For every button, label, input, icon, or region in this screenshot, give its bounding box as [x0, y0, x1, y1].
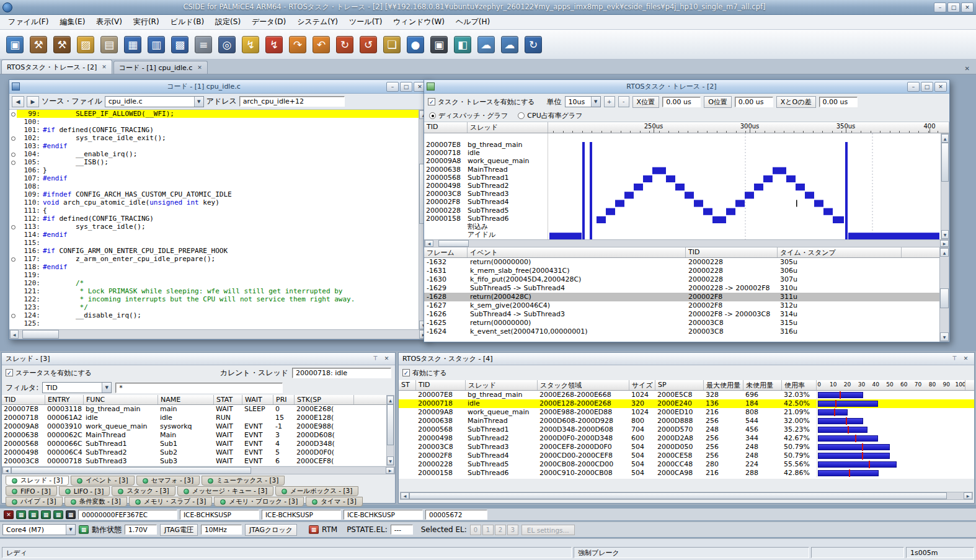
minimize-button[interactable]: –	[907, 82, 920, 92]
breakpoint-gutter[interactable]	[9, 287, 17, 295]
breakpoint-gutter[interactable]	[9, 311, 17, 319]
scroll-down-icon[interactable]: ▼	[940, 332, 949, 341]
breakpoint-gutter[interactable]	[9, 215, 17, 223]
thread-row[interactable]: 200006380000062CMainThreadMainWAITEVNT32…	[2, 431, 387, 440]
dispatch-graph[interactable]	[548, 133, 941, 239]
cpu-usage-graph-radio[interactable]: CPU占有率グラフ	[518, 111, 582, 120]
menu-item[interactable]: データ(D)	[246, 15, 291, 29]
memory-window-button[interactable]: ▦	[122, 32, 144, 57]
breakpoint-gutter[interactable]	[9, 303, 17, 311]
breakpoint-gutter[interactable]	[9, 134, 17, 142]
code-line[interactable]: 103:#endif	[9, 142, 419, 150]
breakpoint-gutter[interactable]	[9, 166, 17, 174]
stack-row[interactable]: 200007E8bg_thread_main2000E268-2000E6681…	[399, 391, 974, 399]
scroll-up-icon[interactable]: ▲	[387, 396, 394, 404]
code-line[interactable]: 107:#endif	[9, 174, 419, 182]
horizontal-scrollbar[interactable]: ◀▶	[400, 492, 973, 500]
document-tab[interactable]: RTOSタスク・トレース - [2]✕	[1, 60, 112, 74]
scrollbar-track[interactable]	[940, 257, 949, 332]
stack-row[interactable]: 20000228SubThread52000CB08-2000CD0050420…	[399, 460, 974, 469]
task-list-item[interactable]: 200002F8SubThread4	[424, 198, 548, 206]
task-list-item[interactable]: 20000228SubThread5	[424, 207, 548, 215]
scrollbar-thumb[interactable]	[11, 467, 251, 474]
maximize-button[interactable]: □	[921, 82, 933, 92]
open-folder-button[interactable]: ▨	[74, 32, 97, 57]
menu-item[interactable]: 設定(S)	[210, 15, 246, 29]
panel-tab[interactable]: スタック - [3]	[112, 486, 175, 496]
event-row[interactable]: -1626SubThread4 -> SubThread3200002F8 ->…	[424, 310, 939, 319]
code-line[interactable]: 111:{	[9, 207, 419, 215]
code-line[interactable]: 101:#if defined(CONFIG_TRACING)	[9, 126, 419, 134]
thread-row[interactable]: 200003C800000718SubThread3Sub3WAITEVNT62…	[2, 457, 387, 466]
code-line[interactable]: 113: sys_trace_idle();	[9, 223, 419, 231]
breakpoint-gutter[interactable]	[9, 110, 17, 118]
menu-item[interactable]: システム(Y)	[291, 15, 344, 29]
stack-table[interactable]: 200007E8bg_thread_main2000E268-2000E6681…	[399, 391, 974, 479]
event-row[interactable]: -1632return(00000000)20000228305u	[424, 258, 939, 267]
panel-tab[interactable]: メモリ・スラブ - [3]	[129, 497, 212, 507]
core-select[interactable]: Core4 (M7) ▼	[2, 524, 76, 535]
code-line[interactable]: 114:#endif	[9, 231, 419, 239]
breakpoint-gutter[interactable]	[9, 126, 17, 134]
scrollbar-track[interactable]	[433, 240, 940, 247]
close-icon[interactable]: ✕	[382, 355, 391, 363]
reset-button[interactable]: ↺	[357, 32, 379, 57]
maximize-button[interactable]: □	[947, 2, 960, 12]
vertical-scrollbar[interactable]: ▲▼	[941, 133, 949, 239]
menu-item[interactable]: ツール(T)	[344, 15, 388, 29]
scroll-left-icon[interactable]: ◀	[425, 240, 433, 247]
nav-back-button[interactable]: ◀	[12, 96, 24, 107]
output-window-button[interactable]: ≡	[192, 32, 215, 57]
thread-table[interactable]: 200007E800003118bg_thread_mainmainWAITSL…	[2, 405, 387, 466]
thread-panel-titlebar[interactable]: スレッド - [3] ⊤ ✕	[2, 353, 395, 365]
scroll-down-icon[interactable]: ▼	[941, 230, 949, 239]
event-row[interactable]: -1631k_mem_slab_free(2000431C)2000022830…	[424, 267, 939, 275]
breakpoint-gutter[interactable]	[9, 223, 17, 231]
task-list-item[interactable]: 200009A8work_queue_main	[424, 157, 548, 165]
panel-tab[interactable]: 条件変数 - [3]	[64, 497, 127, 507]
panel-tab[interactable]: パイプ - [3]	[6, 497, 63, 507]
breakpoint-gutter[interactable]	[9, 174, 17, 182]
code-line[interactable]: 120: /*	[9, 279, 419, 287]
code-line[interactable]: 118:#endif	[9, 263, 419, 271]
unit-select[interactable]: 10us ▼	[565, 96, 601, 107]
task-list-item[interactable]: 20000498SubThread2	[424, 182, 548, 190]
stack-row[interactable]: 200003C8SubThread32000CEF8-2000D0F050420…	[399, 443, 974, 451]
panel-tab[interactable]: セマフォ - [3]	[136, 476, 200, 486]
tab-close-icon[interactable]: ✕	[197, 64, 202, 71]
thread-row[interactable]: 200005680000066CSubThread1Sub1WAITEVNT42…	[2, 440, 387, 448]
panel-tab[interactable]: タイマ - [3]	[306, 497, 363, 507]
horizontal-scrollbar[interactable]: ◀▶	[424, 239, 949, 247]
zoom-in-button[interactable]: +	[604, 96, 615, 107]
sample-button[interactable]: ❏	[381, 32, 403, 57]
code-line[interactable]: 99: SLEEP_IF_ALLOWED(__WFI);	[9, 110, 419, 118]
connect-target-button[interactable]: ▣	[4, 32, 26, 57]
code-line[interactable]: 102: sys_trace_idle_exit();	[9, 134, 419, 142]
trace-window-titlebar[interactable]: RTOSタスク・トレース - [2] – □ ✕	[424, 80, 949, 94]
vertical-scrollbar[interactable]: ▲▼	[939, 247, 949, 342]
document-tab[interactable]: コード - [1] cpu_idle.c✕	[113, 61, 208, 74]
panel-tab[interactable]: スレッド - [3]	[6, 476, 69, 486]
breakpoint-gutter[interactable]	[9, 255, 17, 263]
breakpoint-gutter[interactable]	[9, 247, 17, 255]
pin-icon[interactable]: ⊤	[950, 355, 959, 363]
scroll-up-icon[interactable]: ▲	[941, 134, 949, 143]
task-list-item[interactable]: 割込み	[424, 223, 548, 231]
search-button[interactable]: ◎	[216, 32, 238, 57]
breakpoint-gutter[interactable]	[9, 239, 17, 247]
dispatch-graph-radio[interactable]: ディスパッチ・グラフ	[429, 111, 508, 120]
scrollbar-track[interactable]	[19, 330, 419, 339]
scrollbar-thumb[interactable]	[22, 330, 58, 339]
minimize-button[interactable]: –	[386, 82, 399, 92]
address-input[interactable]: arch_cpu_idle+12	[239, 96, 345, 107]
breakpoint-gutter[interactable]	[9, 182, 17, 190]
break-button[interactable]: ↯	[263, 32, 285, 57]
scrollbar-thumb[interactable]	[941, 143, 949, 182]
code-line[interactable]: 106:}	[9, 166, 419, 174]
scrollbar-thumb[interactable]	[387, 404, 394, 445]
code-line[interactable]: 122: * incoming interrupts but the CPU w…	[9, 295, 419, 303]
event-row[interactable]: -1624k_event_set(20004710,00000001)20000…	[424, 327, 939, 336]
filter-type-select[interactable]: TID ▼	[42, 382, 112, 393]
horizontal-scrollbar[interactable]: ◀▶	[9, 329, 428, 339]
breakpoint-gutter[interactable]	[9, 271, 17, 279]
